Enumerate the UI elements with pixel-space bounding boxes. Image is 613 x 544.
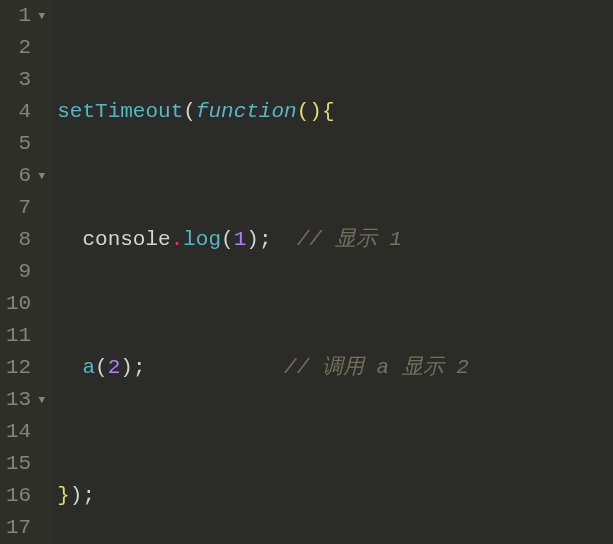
code-line[interactable]: setTimeout(function(){ xyxy=(57,96,613,128)
line-number: 11 xyxy=(6,320,45,352)
line-number: 6▼ xyxy=(6,160,45,192)
comment: // 显示 1 xyxy=(297,224,402,256)
line-number: 4 xyxy=(6,96,45,128)
paren: ) xyxy=(70,480,83,512)
line-number: 1▼ xyxy=(6,0,45,32)
line-number: 9 xyxy=(6,256,45,288)
line-number: 8 xyxy=(6,224,45,256)
gutter: 1▼ 2 3 4 5 6▼ 7 8 9 10 11 12 13▼ 14 15 1… xyxy=(0,0,53,544)
number: 2 xyxy=(108,352,121,384)
paren: ( xyxy=(95,352,108,384)
line-number: 5 xyxy=(6,128,45,160)
line-number: 3 xyxy=(6,64,45,96)
paren: ) xyxy=(246,224,259,256)
fold-icon[interactable]: ▼ xyxy=(35,0,45,32)
dot: . xyxy=(171,224,184,256)
identifier: setTimeout xyxy=(57,96,183,128)
brace: } xyxy=(57,480,70,512)
line-number: 7 xyxy=(6,192,45,224)
paren: ( xyxy=(297,96,310,128)
paren: ) xyxy=(120,352,133,384)
identifier: log xyxy=(183,224,221,256)
paren: ( xyxy=(183,96,196,128)
paren: ( xyxy=(221,224,234,256)
fold-icon[interactable]: ▼ xyxy=(35,160,45,192)
code-editor[interactable]: 1▼ 2 3 4 5 6▼ 7 8 9 10 11 12 13▼ 14 15 1… xyxy=(0,0,613,544)
brace: { xyxy=(322,96,335,128)
code-area[interactable]: setTimeout(function(){ console.log(1); /… xyxy=(53,0,613,544)
number: 1 xyxy=(234,224,247,256)
code-line[interactable]: }); xyxy=(57,480,613,512)
line-number: 12 xyxy=(6,352,45,384)
identifier: a xyxy=(82,352,95,384)
semicolon: ; xyxy=(82,480,95,512)
semicolon: ; xyxy=(259,224,272,256)
fold-icon[interactable]: ▼ xyxy=(35,384,45,416)
semicolon: ; xyxy=(133,352,146,384)
identifier: console xyxy=(82,224,170,256)
line-number: 10 xyxy=(6,288,45,320)
code-line[interactable]: console.log(1); // 显示 1 xyxy=(57,224,613,256)
comment: // 调用 a 显示 2 xyxy=(284,352,469,384)
line-number: 2 xyxy=(6,32,45,64)
line-number: 13▼ xyxy=(6,384,45,416)
line-number: 16 xyxy=(6,480,45,512)
line-number: 17 xyxy=(6,512,45,544)
line-number: 15 xyxy=(6,448,45,480)
line-number: 14 xyxy=(6,416,45,448)
keyword: function xyxy=(196,96,297,128)
paren: ) xyxy=(309,96,322,128)
code-line[interactable]: a(2); // 调用 a 显示 2 xyxy=(57,352,613,384)
